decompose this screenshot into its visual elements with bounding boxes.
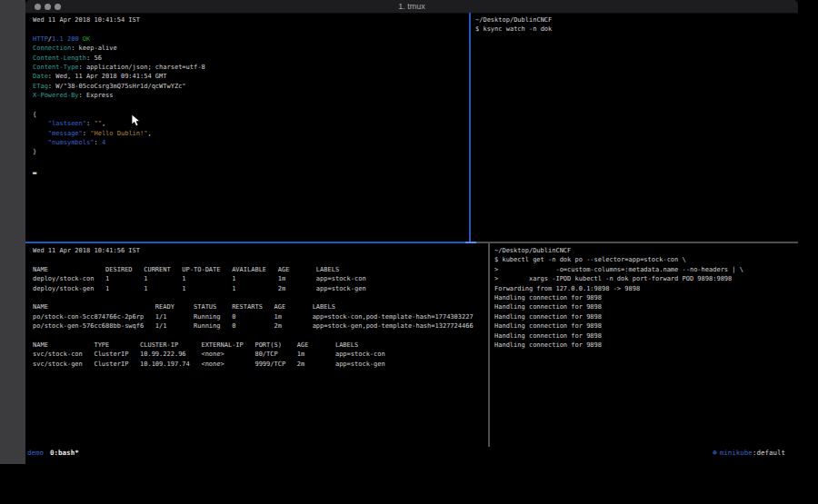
terminal-line: Handling connection for 9898 bbox=[494, 331, 794, 341]
terminal-line: Handling connection for 9898 bbox=[494, 312, 794, 321]
terminal-line bbox=[33, 331, 495, 341]
terminal-line: svc/stock-gen ClusterIP 10.109.197.74 <n… bbox=[33, 360, 495, 369]
terminal-line: Connection: keep-alive bbox=[33, 44, 476, 53]
terminal-line: Forwarding from 127.0.0.1:9898 -> 9898 bbox=[494, 284, 794, 293]
tmux-status-bar: demo 0:bash* ☸ minikube :default bbox=[25, 447, 798, 460]
terminal-line: NAME TYPE CLUSTER-IP EXTERNAL-IP PORT(S)… bbox=[33, 341, 495, 350]
terminal-window: 1. tmux Wed 11 Apr 2018 10:41:54 IST HTT… bbox=[25, 0, 798, 465]
kube-namespace: :default bbox=[753, 447, 785, 460]
terminal-line: po/stock-con-5cc874766c-2p6rp 1/1 Runnin… bbox=[33, 312, 495, 321]
terminal-line: { bbox=[33, 110, 476, 119]
status-left: demo 0:bash* bbox=[27, 447, 79, 460]
tmux-session: Wed 11 Apr 2018 10:41:54 IST HTTP/1.1 20… bbox=[25, 13, 798, 447]
terminal-line: deploy/stock-con 1 1 1 1 1m app=stock-co… bbox=[33, 274, 495, 283]
terminal-line: Handling connection for 9898 bbox=[494, 341, 794, 350]
terminal-line: Date: Wed, 11 Apr 2018 09:41:54 GMT bbox=[33, 72, 476, 81]
screen: 1. tmux Wed 11 Apr 2018 10:41:54 IST HTT… bbox=[0, 0, 818, 504]
terminal-line: } bbox=[33, 147, 476, 156]
terminal-line: ETag: W/"38-05coCsrg3mQ75sHr1d/qcWTwYZc" bbox=[33, 82, 476, 91]
pane-bottom-left[interactable]: Wed 11 Apr 2018 10:41:56 IST NAME DESIRE… bbox=[25, 243, 499, 450]
terminal-line: X-Powered-By: Express bbox=[33, 91, 476, 100]
terminal-line: "message": "Hello Dublin!", bbox=[33, 129, 476, 138]
kubernetes-icon: ☸ bbox=[713, 447, 717, 460]
terminal-line: > xargs -IPOD kubectl -n dok port-forwar… bbox=[494, 274, 794, 283]
terminal-line: "lastseen": "", bbox=[33, 119, 476, 128]
terminal-line bbox=[33, 101, 476, 110]
terminal-line: svc/stock-con ClusterIP 10.99.222.96 <no… bbox=[33, 350, 495, 359]
desktop-background bbox=[0, 0, 25, 464]
terminal-line: $ ksync watch -n dok bbox=[475, 25, 794, 34]
terminal-line bbox=[33, 255, 495, 264]
terminal-line: Handling connection for 9898 bbox=[494, 321, 794, 331]
status-right: ☸ minikube :default bbox=[713, 447, 785, 460]
terminal-line: NAME READY STATUS RESTARTS AGE LABELS bbox=[33, 302, 495, 311]
terminal-line: $ kubectl get -n dok po --selector=app=s… bbox=[494, 255, 794, 264]
terminal-line: HTTP/1.1 200 OK bbox=[33, 35, 476, 44]
terminal-line: Wed 11 Apr 2018 10:41:56 IST bbox=[33, 246, 495, 255]
terminal-line: Content-Length: 56 bbox=[33, 54, 476, 63]
terminal-line bbox=[33, 157, 476, 166]
terminal-line: Handling connection for 9898 bbox=[494, 293, 794, 302]
window-title: 1. tmux bbox=[25, 0, 798, 13]
pane-top-left[interactable]: Wed 11 Apr 2018 10:41:54 IST HTTP/1.1 20… bbox=[25, 13, 480, 244]
terminal-line: Wed 11 Apr 2018 10:41:54 IST bbox=[33, 15, 476, 25]
pane-top-right[interactable]: ~/Desktop/DublinCNCF$ ksync watch -n dok bbox=[471, 13, 798, 244]
kube-context: minikube bbox=[720, 447, 753, 460]
window-titlebar[interactable]: 1. tmux bbox=[25, 0, 798, 14]
terminal-line: po/stock-gen-576cc688bb-swqf6 1/1 Runnin… bbox=[33, 321, 495, 331]
terminal-line: ▂ bbox=[33, 166, 476, 175]
terminal-line: ~/Desktop/DublinCNCF bbox=[494, 246, 794, 255]
terminal-line: > -o=custom-columns=:metadata.name --no-… bbox=[494, 265, 794, 274]
terminal-line: "numsymbols": 4 bbox=[33, 138, 476, 147]
terminal-line bbox=[33, 25, 476, 34]
mouse-cursor bbox=[131, 114, 142, 128]
pane-bottom-right[interactable]: ~/Desktop/DublinCNCF$ kubectl get -n dok… bbox=[490, 243, 798, 450]
terminal-line: NAME DESIRED CURRENT UP-TO-DATE AVAILABL… bbox=[33, 265, 495, 274]
window-tab-bash[interactable]: 0:bash* bbox=[50, 447, 79, 460]
terminal-line bbox=[33, 293, 495, 302]
terminal-line: Content-Type: application/json; charset=… bbox=[33, 63, 476, 72]
terminal-line: deploy/stock-gen 1 1 1 1 2m app=stock-ge… bbox=[33, 284, 495, 293]
session-name: demo bbox=[27, 447, 44, 460]
terminal-line: Handling connection for 9898 bbox=[494, 302, 794, 311]
terminal-line: ~/Desktop/DublinCNCF bbox=[475, 15, 794, 25]
